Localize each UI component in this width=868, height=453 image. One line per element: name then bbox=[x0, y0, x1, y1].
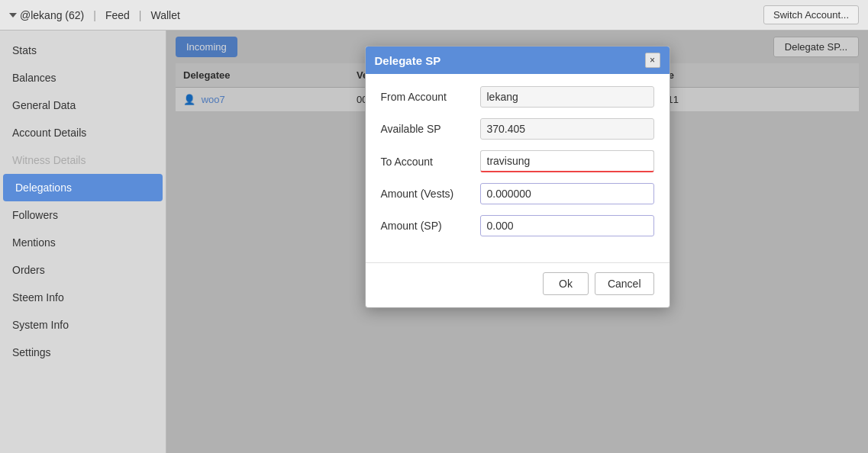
main-layout: Stats Balances General Data Account Deta… bbox=[0, 31, 868, 453]
sidebar-item-orders[interactable]: Orders bbox=[0, 256, 166, 284]
top-bar: @lekang (62) | Feed | Wallet Switch Acco… bbox=[0, 0, 868, 31]
sidebar-item-settings[interactable]: Settings bbox=[0, 339, 166, 366]
top-bar-left: @lekang (62) | Feed | Wallet bbox=[9, 9, 757, 21]
dialog-footer: Ok Cancel bbox=[366, 272, 670, 307]
account-name: @lekang (62) bbox=[20, 9, 84, 21]
dialog-separator bbox=[366, 262, 670, 263]
to-account-input[interactable] bbox=[480, 150, 654, 172]
dropdown-arrow-icon bbox=[9, 13, 17, 18]
sidebar-item-mentions[interactable]: Mentions bbox=[0, 229, 166, 256]
available-sp-label: Available SP bbox=[381, 123, 480, 135]
dialog-close-button[interactable]: × bbox=[645, 53, 660, 68]
dialog-title: Delegate SP bbox=[375, 54, 441, 67]
sidebar-item-account-details[interactable]: Account Details bbox=[0, 119, 166, 146]
switch-account-button[interactable]: Switch Account... bbox=[763, 5, 859, 24]
available-sp-row: Available SP bbox=[381, 118, 654, 140]
from-account-label: From Account bbox=[381, 91, 480, 103]
separator-1: | bbox=[93, 9, 96, 21]
amount-sp-label: Amount (SP) bbox=[381, 220, 480, 232]
from-account-input[interactable] bbox=[480, 86, 654, 108]
content-area: Incoming Delegate SP... Delegatee Vestin… bbox=[166, 31, 868, 453]
sidebar-item-followers[interactable]: Followers bbox=[0, 201, 166, 229]
from-account-row: From Account bbox=[381, 86, 654, 108]
sidebar-item-system-info[interactable]: System Info bbox=[0, 311, 166, 339]
sidebar-item-delegations[interactable]: Delegations bbox=[3, 174, 163, 201]
amount-vests-row: Amount (Vests) bbox=[381, 183, 654, 204]
sidebar-item-steem-info[interactable]: Steem Info bbox=[0, 284, 166, 311]
dialog-header: Delegate SP × bbox=[366, 47, 670, 74]
to-account-row: To Account bbox=[381, 150, 654, 172]
available-sp-input bbox=[480, 118, 654, 140]
sidebar-item-stats[interactable]: Stats bbox=[0, 37, 166, 64]
sidebar-item-general-data[interactable]: General Data bbox=[0, 92, 166, 119]
amount-vests-input[interactable] bbox=[480, 183, 654, 204]
feed-link[interactable]: Feed bbox=[105, 9, 130, 21]
amount-sp-input[interactable] bbox=[480, 215, 654, 236]
sidebar-item-witness-details: Witness Details bbox=[0, 146, 166, 174]
separator-2: | bbox=[139, 9, 142, 21]
delegate-sp-dialog: Delegate SP × From Account Available SP … bbox=[365, 46, 670, 308]
wallet-link[interactable]: Wallet bbox=[150, 9, 179, 21]
sidebar-item-balances[interactable]: Balances bbox=[0, 64, 166, 92]
dialog-body: From Account Available SP To Account Amo… bbox=[366, 74, 670, 259]
account-dropdown[interactable]: @lekang (62) bbox=[9, 9, 84, 21]
sidebar: Stats Balances General Data Account Deta… bbox=[0, 31, 166, 453]
amount-vests-label: Amount (Vests) bbox=[381, 188, 480, 200]
cancel-button[interactable]: Cancel bbox=[595, 272, 654, 295]
to-account-label: To Account bbox=[381, 156, 480, 168]
ok-button[interactable]: Ok bbox=[543, 272, 589, 295]
amount-sp-row: Amount (SP) bbox=[381, 215, 654, 236]
